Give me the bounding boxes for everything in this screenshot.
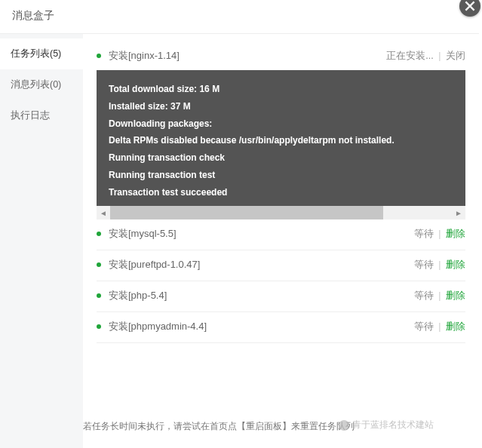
- task-label: 安装[pureftpd-1.0.47]: [109, 258, 414, 272]
- task-status: 等待: [414, 290, 434, 301]
- status-dot-icon: [97, 54, 101, 58]
- separator: |: [438, 290, 441, 301]
- console-line: Downloading packages:: [109, 115, 453, 133]
- watermark-text: 青于蓝排名技术建站: [352, 419, 434, 431]
- console-line: Installed size: 37 M: [109, 98, 453, 115]
- sidebar-item-messages[interactable]: 消息列表(0): [0, 69, 83, 100]
- task-delete-button[interactable]: 删除: [446, 290, 465, 301]
- task-label: 安装[nginx-1.14]: [109, 49, 386, 63]
- console-line: Transaction test succeeded: [109, 184, 453, 201]
- task-label: 安装[mysql-5.5]: [109, 227, 414, 241]
- scroll-right-icon[interactable]: ►: [452, 206, 465, 219]
- task-delete-button[interactable]: 删除: [446, 229, 465, 239]
- separator: |: [438, 51, 441, 61]
- console-line: Running transaction check: [109, 149, 453, 167]
- sidebar-item-label: 执行日志: [11, 110, 50, 121]
- sidebar-item-tasks[interactable]: 任务列表(5): [0, 38, 83, 69]
- status-dot-icon: [97, 293, 101, 298]
- task-status: 等待: [414, 259, 434, 270]
- status-dot-icon: [97, 232, 101, 236]
- sidebar: 任务列表(5) 消息列表(0) 执行日志: [0, 34, 83, 448]
- dialog-title: 消息盒子: [0, 0, 479, 33]
- task-status: 等待: [414, 321, 434, 332]
- task-label: 安装[phpmyadmin-4.4]: [109, 320, 414, 333]
- watermark: 青于蓝排名技术建站: [339, 419, 434, 431]
- separator: |: [438, 321, 441, 332]
- console-line: Total download size: 16 M: [109, 81, 453, 98]
- sidebar-item-logs[interactable]: 执行日志: [0, 100, 83, 131]
- sidebar-item-label: 消息列表(0): [11, 79, 61, 90]
- task-delete-button[interactable]: 删除: [446, 259, 465, 270]
- task-status: 正在安装...: [386, 51, 433, 61]
- task-status: 等待: [414, 229, 434, 239]
- separator: |: [438, 229, 441, 239]
- task-close-button[interactable]: 关闭: [446, 51, 465, 61]
- task-label: 安装[php-5.4]: [109, 289, 414, 302]
- scroll-left-icon[interactable]: ◄: [97, 206, 110, 219]
- console-line: Delta RPMs disabled because /usr/bin/app…: [109, 132, 453, 149]
- scroll-thumb[interactable]: [110, 206, 383, 219]
- task-delete-button[interactable]: 删除: [446, 321, 465, 332]
- wechat-icon: [339, 420, 349, 431]
- sidebar-item-label: 任务列表(5): [11, 48, 61, 59]
- console-line: Running transaction test: [109, 167, 453, 184]
- footer-note: 若任务长时间未执行，请尝试在首页点【重启面板】来重置任务队列: [83, 420, 355, 433]
- main-content: 安装[nginx-1.14] 正在安装... | 关闭 Total downlo…: [83, 34, 479, 448]
- status-dot-icon: [97, 262, 101, 267]
- separator: |: [438, 259, 441, 270]
- scroll-track[interactable]: [110, 206, 452, 219]
- status-dot-icon: [97, 324, 101, 329]
- console-output: Total download size: 16 MInstalled size:…: [97, 70, 465, 206]
- console-scrollbar[interactable]: ◄ ►: [97, 206, 465, 219]
